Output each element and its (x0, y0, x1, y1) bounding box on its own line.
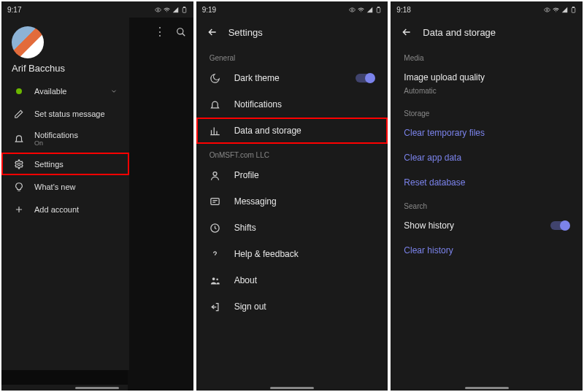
signal-icon (561, 7, 568, 13)
clear-history-row[interactable]: Clear history (391, 238, 583, 263)
svg-point-8 (213, 172, 217, 175)
about-row[interactable]: About (196, 267, 388, 293)
battery-icon (570, 7, 577, 13)
reset-db-label: Reset database (404, 177, 465, 188)
svg-point-4 (18, 163, 20, 166)
back-arrow-icon[interactable] (401, 26, 412, 38)
home-indicator[interactable] (270, 387, 314, 389)
sign-out-label: Sign out (234, 301, 375, 312)
svg-point-11 (212, 277, 215, 280)
data-storage-row[interactable]: Data and storage (196, 118, 388, 144)
clear-temp-row[interactable]: Clear temporary files (391, 120, 583, 145)
chevron-down-icon (110, 88, 118, 95)
image-quality-row[interactable]: Image upload quality Automatic (391, 65, 583, 102)
data-icon (210, 125, 221, 137)
notifications-row[interactable]: Notifications On (1, 125, 129, 153)
image-quality-label: Image upload quality (404, 72, 485, 82)
eye-icon (155, 7, 161, 13)
search-icon[interactable] (176, 27, 186, 37)
shifts-row[interactable]: Shifts (196, 215, 388, 241)
status-bar: 9:17 (1, 1, 193, 18)
chat-icon (210, 196, 221, 207)
notifications-label: Notifications (34, 131, 78, 139)
eye-icon (349, 7, 356, 13)
data-storage-header: Data and storage (391, 18, 583, 47)
help-row[interactable]: Help & feedback (196, 241, 388, 267)
avatar[interactable] (12, 26, 44, 58)
settings-label: Settings (34, 160, 64, 169)
section-org: OnMSFT.com LLC (196, 144, 388, 162)
clock-icon (210, 222, 221, 234)
about-label: About (234, 275, 375, 285)
clear-history-label: Clear history (404, 245, 453, 255)
clock: 9:18 (396, 6, 410, 14)
section-media: Media (391, 47, 583, 65)
clear-app-row[interactable]: Clear app data (391, 145, 583, 170)
wifi-icon (553, 7, 559, 13)
side-drawer: Arif Bacchus Available Set status messag… (1, 18, 129, 370)
notifications-row[interactable]: Notifications (196, 91, 388, 118)
svg-point-5 (352, 9, 353, 10)
page-title: Data and storage (423, 27, 496, 38)
show-history-label: Show history (404, 220, 537, 231)
dark-theme-label: Dark theme (234, 73, 343, 83)
phone-settings-panel: 9:19 Settings General Dark theme Notific… (196, 1, 388, 391)
image-quality-value: Automatic (404, 87, 436, 95)
data-storage-label: Data and storage (234, 126, 375, 136)
show-history-toggle[interactable] (550, 221, 569, 230)
moon-icon (210, 72, 221, 84)
bell-icon (13, 134, 24, 145)
back-arrow-icon[interactable] (207, 26, 218, 38)
set-status-row[interactable]: Set status message (1, 102, 129, 125)
clock: 9:17 (7, 6, 21, 14)
messaging-label: Messaging (234, 196, 375, 207)
notifications-label: Notifications (234, 99, 375, 109)
svg-rect-1 (182, 7, 186, 12)
lightbulb-icon (13, 181, 24, 192)
dark-theme-row[interactable]: Dark theme (196, 65, 388, 91)
signal-icon (172, 7, 179, 13)
signout-icon (210, 301, 221, 312)
home-indicator[interactable] (465, 387, 509, 389)
status-bar: 9:19 (196, 1, 388, 18)
whats-new-row[interactable]: What's new (1, 175, 129, 198)
user-name: Arif Bacchus (1, 63, 129, 80)
wifi-icon (358, 7, 364, 13)
add-account-label: Add account (34, 205, 79, 214)
page-title: Settings (228, 27, 263, 38)
reset-db-row[interactable]: Reset database (391, 170, 583, 195)
status-row[interactable]: Available (1, 80, 129, 102)
show-history-row[interactable]: Show history (391, 213, 583, 238)
shifts-label: Shifts (234, 223, 375, 233)
set-status-label: Set status message (34, 109, 105, 118)
eye-icon (544, 7, 550, 13)
help-label: Help & feedback (234, 249, 375, 259)
more-icon[interactable]: ⋮ (154, 26, 166, 38)
messaging-row[interactable]: Messaging (196, 188, 388, 215)
svg-rect-2 (183, 7, 185, 7)
profile-label: Profile (234, 170, 375, 180)
svg-point-12 (217, 278, 219, 280)
svg-point-13 (546, 9, 548, 10)
home-indicator[interactable] (75, 387, 119, 389)
clear-temp-label: Clear temporary files (404, 128, 485, 138)
profile-row[interactable]: Profile (196, 162, 388, 188)
add-account-row[interactable]: Add account (1, 198, 129, 220)
notifications-sublabel: On (34, 139, 78, 147)
svg-point-0 (157, 9, 158, 10)
battery-icon (375, 7, 382, 13)
battery-icon (181, 7, 188, 13)
clock: 9:19 (202, 6, 216, 14)
sign-out-row[interactable]: Sign out (196, 293, 388, 320)
plus-icon (13, 204, 24, 215)
dark-theme-toggle[interactable] (356, 74, 374, 82)
svg-rect-6 (377, 7, 381, 12)
settings-row[interactable]: Settings (1, 153, 129, 175)
status-bar: 9:18 (391, 1, 583, 18)
section-storage: Storage (391, 102, 583, 120)
teams-icon (210, 274, 221, 286)
svg-rect-7 (378, 7, 380, 7)
signal-icon (366, 7, 373, 13)
presence-available-icon (16, 88, 22, 94)
person-icon (210, 169, 221, 181)
